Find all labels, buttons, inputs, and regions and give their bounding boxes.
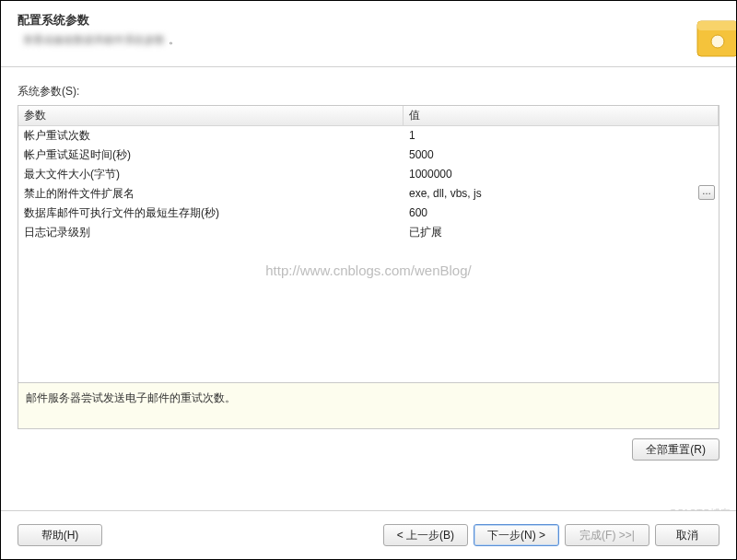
ellipsis-button[interactable]: … <box>698 185 715 200</box>
grid-body: 帐户重试次数1帐户重试延迟时间(秒)5000最大文件大小(字节)1000000禁… <box>18 126 719 242</box>
table-row[interactable]: 数据库邮件可执行文件的最短生存期(秒)600 <box>18 204 719 223</box>
wizard-header: 配置系统参数 查看或修改数据库邮件系统参数。 <box>1 1 736 67</box>
param-name-cell: 帐户重试次数 <box>18 126 404 146</box>
svg-rect-1 <box>697 21 736 30</box>
parameters-grid: 参数 值 帐户重试次数1帐户重试延迟时间(秒)5000最大文件大小(字节)100… <box>18 105 719 383</box>
param-value-cell[interactable]: 5000 <box>404 146 719 165</box>
next-button[interactable]: 下一步(N) > <box>474 524 559 546</box>
back-button[interactable]: < 上一步(B) <box>383 524 468 546</box>
reset-all-button[interactable]: 全部重置(R) <box>632 438 719 461</box>
table-row[interactable]: 禁止的附件文件扩展名exe, dll, vbs, js <box>18 184 719 204</box>
cancel-button[interactable]: 取消 <box>655 524 719 546</box>
section-label: 系统参数(S): <box>18 84 719 99</box>
param-value-cell[interactable]: 600 <box>404 204 719 223</box>
help-button[interactable]: 帮助(H) <box>18 524 102 546</box>
table-row[interactable]: 最大文件大小(字节)1000000 <box>18 165 719 184</box>
param-value-cell[interactable]: 已扩展 <box>404 223 719 242</box>
description-box: 邮件服务器尝试发送电子邮件的重试次数。 <box>18 383 719 429</box>
column-header-value[interactable]: 值 <box>404 106 719 125</box>
caret-icon: 。 <box>165 32 180 48</box>
watermark-text: http://www.cnblogs.com/wenBlog/ <box>18 262 719 278</box>
finish-button: 完成(F) >>| <box>565 524 649 546</box>
svg-point-2 <box>711 35 724 48</box>
content-area: 系统参数(S): 参数 值 帐户重试次数1帐户重试延迟时间(秒)5000最大文件… <box>1 67 736 461</box>
table-row[interactable]: 日志记录级别已扩展 <box>18 223 719 242</box>
param-name-cell: 日志记录级别 <box>18 223 404 242</box>
param-name-cell: 禁止的附件文件扩展名 <box>18 184 404 204</box>
column-header-param[interactable]: 参数 <box>18 106 404 125</box>
table-row[interactable]: 帐户重试次数1 <box>18 126 719 146</box>
page-title: 配置系统参数 <box>18 12 719 29</box>
table-row[interactable]: 帐户重试延迟时间(秒)5000 <box>18 146 719 165</box>
param-name-cell: 最大文件大小(字节) <box>18 165 404 184</box>
header-graphic-icon <box>690 16 736 60</box>
grid-header: 参数 值 <box>18 106 719 126</box>
param-value-cell[interactable]: exe, dll, vbs, js <box>404 184 719 204</box>
param-name-cell: 帐户重试延迟时间(秒) <box>18 146 404 165</box>
wizard-footer: 帮助(H) < 上一步(B) 下一步(N) > 完成(F) >>| 取消 <box>1 510 736 559</box>
param-value-cell[interactable]: 1 <box>404 126 719 146</box>
param-name-cell: 数据库邮件可执行文件的最短生存期(秒) <box>18 204 404 223</box>
page-subtitle: 查看或修改数据库邮件系统参数 <box>18 34 165 45</box>
param-value-cell[interactable]: 1000000 <box>404 165 719 184</box>
